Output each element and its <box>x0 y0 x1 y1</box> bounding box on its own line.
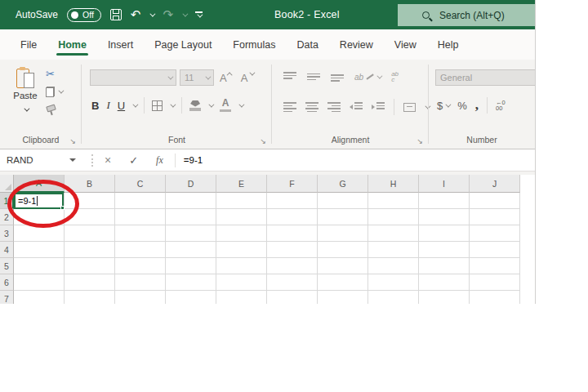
search-box[interactable]: Search (Alt+Q) <box>398 4 535 26</box>
percent-button[interactable]: % <box>457 100 467 112</box>
row-header-6[interactable]: 6 <box>0 274 14 291</box>
comma-style-button[interactable]: , <box>475 101 479 109</box>
wrap-text-button[interactable]: abc <box>391 71 399 82</box>
insert-function-button[interactable]: fx <box>156 154 163 167</box>
bottom-align-button[interactable] <box>331 72 344 82</box>
alignment-row-1: ab abc <box>283 71 399 82</box>
shrink-font-button[interactable]: A <box>238 72 256 84</box>
name-box-dropdown-icon[interactable] <box>69 158 76 162</box>
alignment-dialog-launcher[interactable]: ↘ <box>416 137 423 145</box>
column-header-G[interactable]: G <box>318 175 368 193</box>
cut-button[interactable]: ✂ <box>46 68 55 79</box>
column-header-I[interactable]: I <box>419 175 470 193</box>
borders-button[interactable] <box>152 100 163 111</box>
row-header-5[interactable]: 5 <box>0 258 14 274</box>
column-header-J[interactable]: J <box>470 175 520 193</box>
column-header-F[interactable]: F <box>267 175 318 193</box>
column-header-C[interactable]: C <box>115 175 166 193</box>
active-cell-A1[interactable]: =9-1 <box>14 193 64 209</box>
row-header-2[interactable]: 2 <box>0 209 14 225</box>
align-center-button[interactable] <box>305 102 318 112</box>
tab-data[interactable]: Data <box>286 29 328 60</box>
italic-button[interactable]: I <box>106 99 109 112</box>
row-header-7[interactable]: 7 <box>0 291 14 304</box>
column-header-H[interactable]: H <box>368 175 419 193</box>
undo-icon[interactable]: ↶ <box>131 9 141 20</box>
group-clipboard: Paste ✂ Clipboard ↘ <box>0 60 82 149</box>
clipboard-dialog-launcher[interactable]: ↘ <box>69 137 76 145</box>
underline-chevron-icon[interactable] <box>133 101 139 107</box>
increase-indent-arrow-icon <box>372 105 375 109</box>
merge-center-button[interactable] <box>403 103 416 112</box>
cancel-button[interactable]: × <box>105 154 111 167</box>
row-header-4[interactable]: 4 <box>0 242 14 258</box>
font-size-combo[interactable]: 11 <box>180 69 214 86</box>
font-color-button[interactable]: A <box>220 99 231 112</box>
increase-decimal-button[interactable]: ←000 <box>496 100 506 111</box>
font-color-chevron-icon[interactable] <box>239 101 245 107</box>
tab-formulas[interactable]: Formulas <box>222 29 286 60</box>
fill-color-button[interactable] <box>189 100 201 111</box>
formula-bar: RAND × ✓ fx =9-1 <box>0 149 535 172</box>
tab-file[interactable]: File <box>10 29 47 60</box>
column-header-D[interactable]: D <box>166 175 216 193</box>
row-header-3[interactable]: 3 <box>0 225 14 242</box>
save-icon[interactable] <box>110 9 122 20</box>
paste-chevron-icon[interactable] <box>24 106 29 112</box>
borders-chevron-icon[interactable] <box>171 101 176 107</box>
number-row: $ % , ←000 <box>437 97 506 114</box>
tab-page-layout[interactable]: Page Layout <box>144 29 222 60</box>
increase-indent-button[interactable] <box>372 102 385 112</box>
cell-area[interactable]: =9-1 <box>14 193 520 304</box>
shrink-font-caret-icon <box>250 69 256 75</box>
column-header-A[interactable]: A <box>14 175 65 193</box>
tab-help[interactable]: Help <box>427 29 470 60</box>
text-caret <box>37 196 38 206</box>
paste-button[interactable]: Paste <box>8 67 42 115</box>
search-icon <box>422 11 430 19</box>
orientation-button[interactable]: ab <box>354 73 381 82</box>
formula-input[interactable]: =9-1 <box>184 155 535 165</box>
toggle-knob-icon <box>71 11 78 19</box>
ribbon: Paste ✂ Clipboard ↘ 11 <box>0 60 535 149</box>
currency-symbol: $ <box>437 100 443 112</box>
undo-chevron-icon[interactable] <box>150 11 156 16</box>
enter-button[interactable]: ✓ <box>129 154 138 167</box>
align-left-button[interactable] <box>283 102 296 112</box>
row-header-1[interactable]: 1 <box>0 193 14 209</box>
column-header-E[interactable]: E <box>216 175 267 193</box>
tab-home[interactable]: Home <box>47 29 97 60</box>
tab-insert[interactable]: Insert <box>97 29 144 60</box>
excel-window: AutoSave Off ↶ ↷ Book2 - Excel Search (A… <box>0 0 536 304</box>
number-format-combo[interactable]: General <box>435 69 535 86</box>
formula-bar-grip[interactable] <box>91 154 93 167</box>
orientation-text: ab <box>354 73 363 82</box>
align-right-button[interactable] <box>327 102 341 112</box>
bold-button[interactable]: B <box>91 100 99 112</box>
tab-view[interactable]: View <box>384 29 427 60</box>
column-header-B[interactable]: B <box>65 175 115 193</box>
name-box[interactable]: RAND <box>0 149 82 171</box>
font-dialog-launcher[interactable]: ↘ <box>260 137 266 145</box>
fill-color-chevron-icon[interactable] <box>209 101 215 107</box>
select-all-corner[interactable] <box>0 175 14 193</box>
grid-body: 1 2 3 4 5 6 7 =9-1 <box>0 193 523 304</box>
autosave-toggle[interactable]: Off <box>67 8 101 22</box>
copy-button[interactable] <box>46 86 62 97</box>
grow-font-button[interactable]: A <box>217 72 235 84</box>
scissors-icon: ✂ <box>46 69 55 79</box>
currency-button[interactable]: $ <box>437 100 449 112</box>
underline-button[interactable]: U <box>118 100 125 112</box>
alignment-row-2 <box>283 99 429 115</box>
format-painter-button[interactable] <box>46 104 55 115</box>
fill-bucket-icon <box>190 100 200 107</box>
top-align-button[interactable] <box>283 72 296 82</box>
customize-qat-icon[interactable] <box>195 11 203 17</box>
decrease-indent-button[interactable] <box>350 102 363 112</box>
orientation-arrow-icon <box>367 74 374 79</box>
tab-review[interactable]: Review <box>329 29 384 60</box>
font-name-combo[interactable] <box>90 69 176 86</box>
fill-handle[interactable] <box>60 206 65 210</box>
font-group-label: Font <box>82 135 272 145</box>
middle-align-button[interactable] <box>307 72 320 82</box>
